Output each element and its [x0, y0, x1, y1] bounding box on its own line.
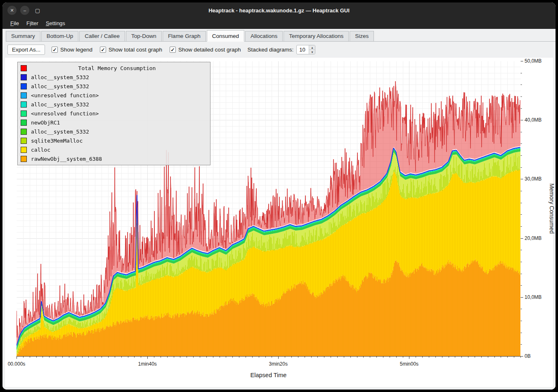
tab-consumed[interactable]: Consumed [207, 30, 244, 42]
menu-file[interactable]: File [7, 19, 23, 28]
close-icon: ✕ [10, 8, 14, 13]
chart-toolbar: Export As... ✓Show legend✓Show total cos… [2, 42, 556, 58]
legend-row: sqlite3MemMalloc [18, 136, 210, 145]
checkbox-label: Show total cost graph [109, 47, 162, 53]
checkbox-box: ✓ [52, 47, 58, 53]
chart-pane: Total Memory Consumptionalloc__system_53… [5, 58, 553, 387]
x-axis-tick-label: 00.000s [8, 361, 26, 367]
legend-label: alloc__system_5332 [31, 101, 89, 108]
spin-up-icon[interactable]: ▲ [309, 45, 315, 50]
legend-swatch [21, 83, 27, 89]
window-title: Heaptrack - heaptrack.wakunode.1.gz — He… [208, 7, 350, 14]
checkbox-box: ✓ [100, 47, 106, 53]
minimize-button[interactable]: – [20, 6, 29, 15]
legend-row: newObjRC1 [18, 118, 210, 127]
legend-swatch [21, 110, 27, 117]
spin-arrows: ▲ ▼ [309, 45, 315, 54]
titlebar[interactable]: ✕–▢ Heaptrack - heaptrack.wakunode.1.gz … [2, 2, 556, 18]
legend-swatch [21, 120, 27, 126]
tab-temporary-allocations[interactable]: Temporary Allocations [284, 31, 349, 41]
main-content: SummaryBottom-UpCaller / CalleeTop-DownF… [2, 29, 556, 390]
legend-row: alloc__system_5332 [18, 100, 210, 109]
legend-row: alloc__system_5332 [18, 73, 210, 82]
legend-swatch [21, 74, 27, 80]
checkbox-show-total-cost-graph[interactable]: ✓Show total cost graph [100, 47, 162, 53]
checkbox-show-legend[interactable]: ✓Show legend [52, 47, 92, 53]
tab-allocations[interactable]: Allocations [245, 31, 283, 41]
legend-label: rawNewObj__system_6388 [31, 156, 102, 162]
tab-top-down[interactable]: Top-Down [126, 31, 162, 41]
y-axis-tick-label: 20,0MB [525, 235, 541, 241]
legend-row: alloc__system_5332 [18, 127, 210, 136]
stacked-diagrams-group: Stacked diagrams: 10 ▲ ▼ [248, 45, 316, 54]
y-axis-tick-label: 10,0MB [525, 294, 541, 300]
legend-label: calloc [31, 147, 50, 153]
y-axis-tick-label: 0B [525, 353, 531, 359]
tab-bar: SummaryBottom-UpCaller / CalleeTop-DownF… [6, 30, 556, 42]
export-as-button[interactable]: Export As... [7, 45, 45, 55]
checkbox-box: ✓ [170, 47, 176, 53]
spin-down-icon[interactable]: ▼ [309, 50, 315, 54]
y-axis-tick-label: 50,0MB [525, 58, 541, 64]
maximize-button[interactable]: ▢ [33, 6, 42, 15]
legend-row: <unresolved function> [18, 91, 210, 100]
legend-swatch [21, 147, 27, 153]
legend-row: <unresolved function> [18, 109, 210, 118]
stacked-diagrams-spinbox[interactable]: 10 ▲ ▼ [296, 45, 315, 54]
checkbox-label: Show legend [60, 47, 92, 53]
legend-title: Total Memory Consumption [27, 65, 207, 71]
maximize-icon: ▢ [35, 8, 40, 13]
legend-row: rawNewObj__system_6388 [18, 154, 210, 163]
heaptrack-window: ✕–▢ Heaptrack - heaptrack.wakunode.1.gz … [2, 2, 556, 390]
x-axis-title: Elapsed Time [251, 372, 287, 378]
stacked-diagrams-value: 10 [297, 45, 309, 54]
legend-title-swatch [21, 65, 27, 71]
y-axis-tick-label: 30,0MB [525, 176, 541, 182]
window-controls: ✕–▢ [7, 2, 42, 18]
minimize-icon: – [24, 8, 26, 13]
legend-swatch [21, 92, 27, 99]
legend-swatch [21, 138, 27, 144]
legend-label: alloc__system_5332 [31, 74, 89, 80]
tab-summary[interactable]: Summary [6, 31, 40, 41]
legend-label: alloc__system_5332 [31, 129, 89, 135]
menubar: FileFilterSettings [2, 18, 556, 29]
legend-label: alloc__system_5332 [31, 83, 89, 89]
menu-settings[interactable]: Settings [42, 19, 69, 28]
x-axis-tick-label: 3min20s [269, 361, 288, 367]
tab-bottom-up[interactable]: Bottom-Up [41, 31, 79, 41]
close-button[interactable]: ✕ [7, 6, 17, 15]
legend-label: <unresolved function> [31, 92, 99, 99]
checkbox-show-detailed-cost-graph[interactable]: ✓Show detailed cost graph [170, 47, 241, 53]
legend-row: calloc [18, 145, 210, 154]
stacked-diagrams-label: Stacked diagrams: [248, 47, 294, 53]
checkbox-group: ✓Show legend✓Show total cost graph✓Show … [52, 47, 241, 53]
y-axis-tick-label: 40,0MB [525, 117, 541, 123]
x-axis-tick-label: 5min00s [400, 361, 418, 367]
chart-legend: Total Memory Consumptionalloc__system_53… [17, 62, 210, 165]
legend-label: sqlite3MemMalloc [31, 138, 83, 144]
legend-label: newObjRC1 [31, 120, 60, 126]
checkbox-label: Show detailed cost graph [178, 47, 241, 53]
legend-title-row: Total Memory Consumption [18, 63, 210, 73]
y-axis-title: Memory Consumed [549, 183, 555, 234]
legend-row: alloc__system_5332 [18, 82, 210, 91]
tab-caller-callee[interactable]: Caller / Callee [79, 31, 125, 41]
legend-swatch [21, 129, 27, 135]
menu-filter[interactable]: Filter [23, 19, 42, 28]
x-axis-tick-label: 1min40s [138, 361, 156, 367]
legend-swatch [21, 101, 27, 108]
tab-sizes[interactable]: Sizes [350, 31, 374, 41]
tab-flame-graph[interactable]: Flame Graph [163, 31, 206, 41]
legend-label: <unresolved function> [31, 110, 99, 117]
legend-swatch [21, 156, 27, 162]
